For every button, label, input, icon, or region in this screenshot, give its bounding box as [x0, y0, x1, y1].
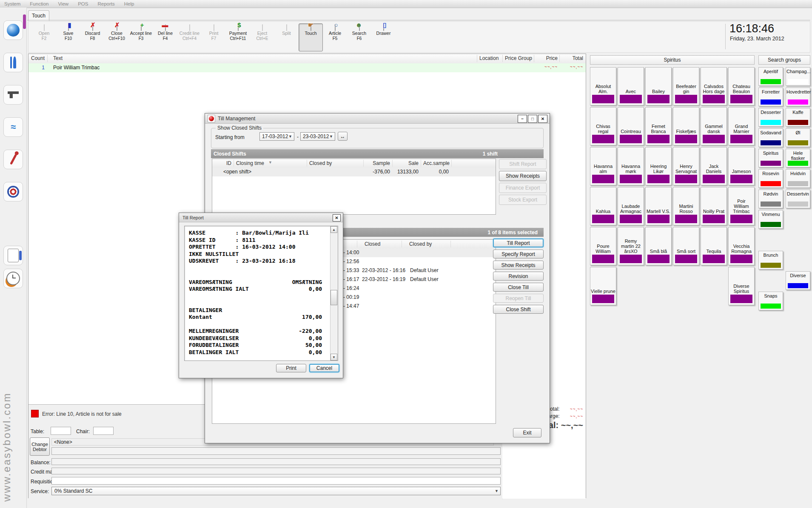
product-button[interactable]: Noilly Prat	[701, 187, 727, 225]
product-button[interactable]: Kahlua	[590, 187, 616, 225]
product-button[interactable]: Jameson	[728, 147, 755, 185]
toolbar-button[interactable]: Split	[274, 23, 299, 51]
dialog-button[interactable]: Finance Export	[499, 183, 547, 193]
product-button[interactable]: Martell V.S.	[645, 187, 672, 225]
search-group-button[interactable]: Aperitif	[758, 67, 783, 86]
toolbar-button[interactable]: ▬ Del line F4	[153, 23, 177, 51]
date-to-select[interactable]: 23-03-2012 ▼	[300, 132, 335, 141]
product-button[interactable]: Diverse Spiritus	[728, 267, 755, 305]
menu-item[interactable]: Reports	[97, 1, 114, 6]
dialog-button[interactable]: Stock Export	[499, 195, 547, 205]
search-group-button[interactable]: Hovedretter	[786, 88, 810, 106]
menu-item[interactable]: Help	[124, 1, 134, 6]
product-button[interactable]: Cointreau	[618, 107, 644, 145]
minimize-button[interactable]: –	[518, 115, 527, 123]
scrollbar-thumb[interactable]	[330, 290, 337, 305]
col-closed-by[interactable]: Closed by	[309, 160, 332, 166]
column-header-text[interactable]: Text	[53, 55, 63, 61]
sidebar-item-dining[interactable]	[3, 53, 23, 72]
search-group-button[interactable]: Brunch	[758, 251, 783, 270]
search-group-button[interactable]: Sodavand	[758, 128, 783, 147]
close-button[interactable]: ✕	[333, 214, 341, 221]
dialog-button[interactable]: Revision	[493, 272, 544, 281]
sidebar-item-bowling[interactable]	[3, 20, 23, 40]
service-select[interactable]: 0% Standard SC ▼	[51, 487, 501, 495]
search-group-button[interactable]: Dessertvin	[786, 190, 810, 208]
dialog-button[interactable]: Show Receipts	[493, 261, 544, 270]
toolbar-button[interactable]: Credit line Ctrl+F4	[177, 23, 202, 51]
sidebar-item-running[interactable]	[3, 150, 23, 169]
column-header-location[interactable]: Location	[479, 55, 499, 61]
menu-item[interactable]: System	[4, 1, 20, 6]
dialog-button[interactable]: Specify Report	[493, 250, 544, 258]
dialog-button[interactable]: Shift Report	[499, 159, 547, 169]
search-group-button[interactable]: Øl	[786, 128, 810, 147]
exit-button[interactable]: Exit	[513, 428, 541, 437]
product-button[interactable]: Martini Rosso	[673, 187, 699, 225]
dialog-button[interactable]: Reopen Till	[493, 294, 544, 303]
product-button[interactable]: Remy martin 22 årsXO	[618, 227, 644, 265]
product-button[interactable]: Heering Likør	[645, 147, 672, 185]
product-button[interactable]: Små blå	[645, 227, 672, 265]
menu-item[interactable]: View	[58, 1, 68, 6]
toolbar-button[interactable]: ✗ Discard F8	[80, 23, 105, 51]
product-button[interactable]: Små sort	[673, 227, 699, 265]
chair-input[interactable]	[93, 427, 114, 435]
product-button[interactable]: Bailey	[645, 67, 672, 105]
search-group-button[interactable]: Kaffe	[786, 108, 810, 127]
col-closed[interactable]: Closed	[365, 241, 380, 247]
tab-touch[interactable]: Touch	[28, 10, 49, 21]
product-button[interactable]: Tequila	[701, 227, 727, 265]
requisition-input[interactable]	[51, 477, 501, 485]
toolbar-button[interactable]: $ Payment Ctrl+F11	[226, 23, 250, 51]
menu-item[interactable]: Function	[30, 1, 48, 6]
order-row[interactable]: 1 − Poir William Trimbac ~~,~~ ~~,~~	[28, 63, 586, 72]
product-button[interactable]: Chateau Beaulon	[728, 67, 755, 105]
product-button[interactable]: Beefeater gin	[673, 67, 699, 105]
product-button[interactable]: Poure William	[590, 227, 616, 265]
product-button[interactable]: Fernet Branca	[645, 107, 672, 145]
product-button[interactable]: Laubade Armagnac	[618, 187, 644, 225]
dialog-button[interactable]: Close Till	[493, 283, 544, 292]
date-from-select[interactable]: 17-03-2012 ▼	[259, 132, 294, 141]
dialog-button[interactable]: Till Report	[493, 238, 544, 247]
col-closing-time[interactable]: Closing time	[236, 160, 264, 166]
toolbar-button[interactable]: Open F2	[32, 23, 56, 51]
search-group-button[interactable]: Forretter	[758, 88, 783, 106]
product-button[interactable]: Havanna mørk	[618, 147, 644, 185]
col-sale[interactable]: Sale	[394, 160, 419, 166]
product-button[interactable]: Absolut Alm.	[590, 67, 616, 105]
scrollbar-up-icon[interactable]: ▲	[330, 226, 337, 233]
search-group-button[interactable]: Rosevin	[758, 169, 783, 188]
toolbar-button[interactable]: ✗ Close Ctrl+F10	[105, 23, 129, 51]
till-management-titlebar[interactable]: Till Management	[205, 114, 550, 124]
toolbar-button[interactable]: Print F7	[202, 23, 226, 51]
product-button[interactable]: Vecchia Romagna	[728, 227, 755, 265]
maximize-button[interactable]: □	[528, 115, 537, 123]
closed-shift-row[interactable]: <open shift> -376,00 13133,00 0,00	[212, 167, 496, 176]
search-group-button[interactable]: Diverse	[786, 271, 810, 290]
till-report-titlebar[interactable]: Till Report	[179, 213, 343, 222]
product-button[interactable]: Jack Daniels	[701, 147, 727, 185]
report-scrollbar[interactable]: ▲ ▼	[330, 226, 338, 360]
col-sample[interactable]: Sample	[365, 160, 390, 166]
product-button[interactable]: Havanna alm	[590, 147, 616, 185]
search-group-button[interactable]: Rødvin	[758, 190, 783, 208]
toolbar-button[interactable]: Eject Ctrl+E	[250, 23, 274, 51]
table-input[interactable]	[51, 427, 71, 435]
cancel-button[interactable]: Cancel	[309, 364, 339, 372]
search-group-button[interactable]: Desserter	[758, 108, 783, 127]
close-button[interactable]: ✕	[538, 115, 547, 123]
toolbar-button[interactable]: + Accept line F3	[129, 23, 153, 51]
product-button[interactable]: Poir William Trimbac	[728, 187, 755, 225]
product-button[interactable]: Grand Marnier	[728, 107, 755, 145]
search-group-button[interactable]: Champag...	[786, 67, 810, 86]
col-closed-by2[interactable]: Closed by	[409, 241, 432, 247]
product-button[interactable]: Vielle prune	[590, 267, 616, 305]
sidebar-item-swimming[interactable]: ≈	[3, 117, 23, 137]
search-group-button[interactable]: Hele flasker spiritus	[786, 149, 810, 167]
product-button[interactable]: Fiskefjæs	[673, 107, 699, 145]
sidebar-item-clock[interactable]	[3, 269, 23, 288]
sidebar-item-shooting[interactable]	[3, 85, 23, 105]
swap-dates-button[interactable]: ↔	[338, 132, 348, 141]
